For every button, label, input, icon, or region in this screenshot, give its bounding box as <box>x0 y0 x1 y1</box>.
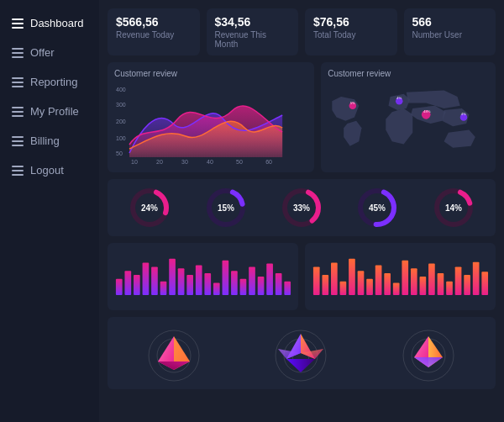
stat-revenue-month: $34,56 Revenue This Month <box>207 8 299 55</box>
stat-value-revenue-today: $566,56 <box>116 15 192 29</box>
charts-row: Customer review 400 300 200 100 50 10 20… <box>108 62 496 172</box>
svg-rect-49 <box>249 266 255 295</box>
stats-row: $566,56 Revenue Today $34,56 Revenue Thi… <box>108 8 496 55</box>
sidebar-item-offer[interactable]: Offer <box>0 38 99 67</box>
donut-item-45: 45% <box>355 186 399 229</box>
svg-rect-47 <box>231 271 238 295</box>
svg-text:100: 100 <box>116 135 126 141</box>
svg-text:50: 50 <box>116 150 123 156</box>
svg-rect-40 <box>169 259 176 295</box>
svg-rect-36 <box>134 275 140 295</box>
menu-icon <box>12 48 24 58</box>
stat-value-revenue-month: $34,56 <box>215 15 291 29</box>
menu-icon <box>12 77 24 87</box>
world-map: 5% 4% 48% 4% <box>328 82 489 166</box>
sidebar-label-billing: Billing <box>30 135 60 147</box>
svg-rect-37 <box>143 263 150 295</box>
svg-rect-73 <box>481 272 488 295</box>
svg-rect-61 <box>375 265 382 294</box>
svg-text:48%: 48% <box>423 109 431 113</box>
svg-rect-54 <box>313 266 320 295</box>
stat-label-total-today: Total Today <box>313 30 389 40</box>
sidebar-item-reporting[interactable]: Reporting <box>0 67 99 97</box>
menu-icon <box>12 166 24 176</box>
sidebar-item-dashboard[interactable]: Dashboard <box>0 8 99 38</box>
sidebar-label-offer: Offer <box>30 46 55 59</box>
donut-item-14: 14% <box>432 186 475 229</box>
donut-item-15: 15% <box>204 186 248 229</box>
svg-text:60: 60 <box>265 159 272 165</box>
svg-rect-51 <box>266 264 273 295</box>
shape-item-2 <box>260 324 344 382</box>
sidebar-label-myprofile: My Profile <box>30 105 79 118</box>
donut-row: 24% 15% 33% 45% <box>108 179 496 236</box>
svg-rect-50 <box>258 277 265 295</box>
svg-rect-41 <box>178 268 185 295</box>
svg-rect-66 <box>420 277 427 295</box>
stat-label-number-user: Number User <box>412 30 488 40</box>
svg-rect-70 <box>455 266 462 295</box>
svg-text:30: 30 <box>181 159 188 165</box>
svg-text:14%: 14% <box>445 203 462 213</box>
svg-text:24%: 24% <box>141 203 158 213</box>
sidebar-label-reporting: Reporting <box>30 76 77 88</box>
svg-rect-68 <box>438 273 444 295</box>
world-map-card: Customer review <box>321 62 496 172</box>
shape-item-3 <box>386 324 470 382</box>
main-content: $566,56 Revenue Today $34,56 Revenue Thi… <box>99 0 504 422</box>
svg-rect-53 <box>284 282 291 295</box>
world-map-title: Customer review <box>328 69 489 78</box>
svg-text:400: 400 <box>116 87 126 92</box>
svg-rect-43 <box>196 265 202 294</box>
svg-text:200: 200 <box>116 119 126 124</box>
stat-label-revenue-today: Revenue Today <box>116 30 192 40</box>
sidebar-item-logout[interactable]: Logout <box>0 156 99 185</box>
stat-total-today: $76,56 Total Today <box>305 8 397 55</box>
svg-rect-65 <box>411 268 417 295</box>
svg-rect-34 <box>116 279 123 295</box>
svg-text:20: 20 <box>156 159 163 165</box>
svg-rect-44 <box>204 273 211 295</box>
svg-text:40: 40 <box>207 159 213 165</box>
svg-rect-59 <box>358 271 365 295</box>
svg-rect-69 <box>446 282 453 295</box>
shapes-row <box>108 317 496 389</box>
svg-text:45%: 45% <box>369 203 386 213</box>
sidebar-item-billing[interactable]: Billing <box>0 126 99 156</box>
svg-text:4%: 4% <box>461 112 466 116</box>
bar-chart-left <box>108 243 298 310</box>
bar-row <box>108 243 496 310</box>
svg-rect-58 <box>349 259 355 295</box>
stat-number-user: 566 Number User <box>404 8 496 55</box>
menu-icon <box>12 107 24 117</box>
sidebar-item-myprofile[interactable]: My Profile <box>0 97 99 126</box>
svg-text:15%: 15% <box>218 203 234 213</box>
menu-icon <box>12 136 24 146</box>
svg-text:5%: 5% <box>350 101 355 105</box>
svg-marker-93 <box>414 357 443 367</box>
svg-rect-39 <box>160 282 167 295</box>
svg-rect-72 <box>473 262 480 295</box>
stat-label-revenue-month: Revenue This Month <box>215 30 291 49</box>
svg-rect-52 <box>276 273 282 295</box>
sidebar-label-dashboard: Dashboard <box>30 17 84 29</box>
sidebar-label-logout: Logout <box>30 164 64 177</box>
svg-rect-48 <box>240 279 247 295</box>
svg-rect-38 <box>151 266 158 295</box>
svg-marker-85 <box>286 359 315 372</box>
svg-text:50: 50 <box>236 159 243 165</box>
svg-rect-60 <box>366 279 373 295</box>
svg-rect-64 <box>402 261 408 295</box>
stat-value-number-user: 566 <box>412 15 488 29</box>
area-chart-card: Customer review 400 300 200 100 50 10 20… <box>108 62 314 172</box>
sidebar: Dashboard Offer Reporting My Profile Bil… <box>0 0 99 422</box>
area-chart-title: Customer review <box>114 69 307 78</box>
svg-rect-56 <box>331 263 338 295</box>
svg-rect-62 <box>384 273 391 295</box>
svg-rect-67 <box>428 264 435 295</box>
donut-item-33: 33% <box>280 186 323 229</box>
svg-rect-57 <box>340 282 347 295</box>
svg-rect-46 <box>223 261 229 295</box>
bar-chart-right <box>305 243 496 310</box>
svg-text:4%: 4% <box>396 96 402 100</box>
